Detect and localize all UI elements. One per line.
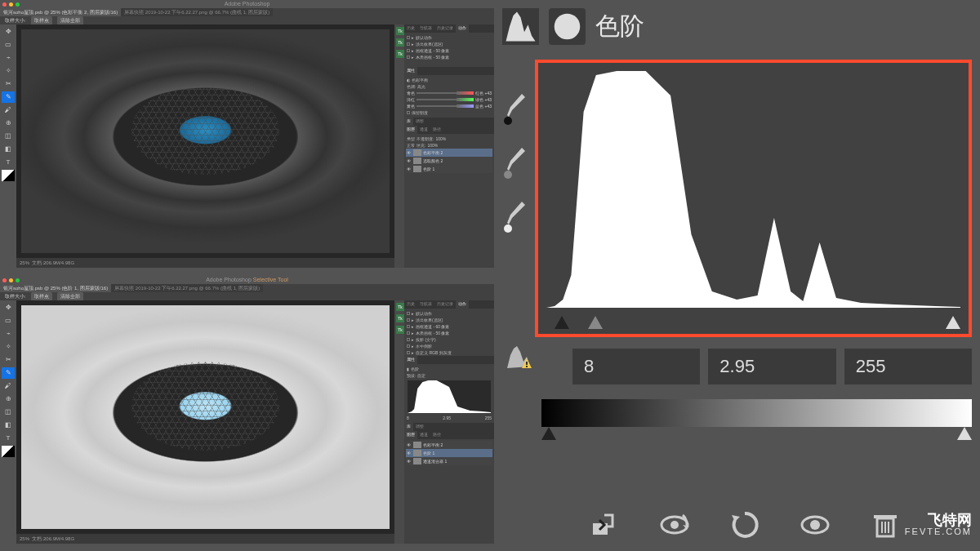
sample-dropdown[interactable]: 取样点 [31,16,52,25]
panel-tab-actions[interactable]: 动作 [456,300,469,309]
marquee-tool-icon[interactable]: ▭ [2,315,15,327]
action-item[interactable]: ▸默认动作 [406,310,492,317]
eyedropper-tool-icon[interactable]: ✎ [2,91,15,103]
action-item[interactable]: ▸投影 (文字) [406,336,492,343]
output-gradient[interactable] [541,399,972,427]
tk-plugin-icon[interactable]: Tk [396,314,404,322]
action-item[interactable]: ▸淡出效果(选区) [406,317,492,323]
tk-plugin-icon[interactable]: Tk [396,326,404,334]
histogram-chart[interactable] [546,71,960,308]
panel-tab[interactable]: 库 [404,423,413,431]
black-point-eyedropper-icon[interactable] [502,92,527,127]
canvas[interactable]: 25% 文档:206.9M/4.98G [16,24,394,268]
panel-tab[interactable]: 导航器 [417,300,434,309]
panel-tab[interactable]: 历史 [404,300,417,309]
action-item[interactable]: ▸淡出效果(选区) [406,41,492,47]
text-tool-icon[interactable]: T [2,433,15,444]
layer-row[interactable]: 👁色阶 1 [406,165,492,173]
panel-tab[interactable]: 库 [404,118,413,126]
clear-button[interactable]: 清除全部 [57,16,83,25]
white-point-eyedropper-icon[interactable] [502,200,527,234]
tk-plugin-icon[interactable]: Tk [396,50,404,58]
doc-tab[interactable]: 屏幕快照 2019-10-22 下午6.22.27.png @ 66.7% (曲… [111,284,263,292]
color-slider[interactable] [416,92,474,94]
move-tool-icon[interactable]: ✥ [2,26,15,38]
sample-dropdown[interactable]: 取样点 [31,292,52,301]
layer-row[interactable]: 👁色阶 1 [406,449,492,457]
panel-tab-actions[interactable]: 动作 [456,24,469,33]
white-slider[interactable] [946,316,960,329]
layer-row[interactable]: 👁通道混合器 1 [406,457,492,465]
eraser-tool-icon[interactable]: ◫ [2,131,15,142]
visibility-icon[interactable] [799,509,831,541]
text-tool-icon[interactable]: T [2,157,15,168]
doc-tab[interactable]: 屏幕快照 2019-10-22 下午6.22.27.png @ 66.7% (曲… [121,8,273,16]
preset-dropdown[interactable]: 自定 [417,373,425,378]
action-item[interactable]: ▸自定义 RGB 到灰度 [406,349,492,356]
panel-tab[interactable]: 导航器 [417,24,434,33]
panel-tab-properties[interactable]: 属性 [404,67,417,75]
output-white-slider[interactable] [957,427,972,440]
wand-tool-icon[interactable]: ✧ [2,65,15,77]
reset-icon[interactable] [728,509,761,541]
layer-row[interactable]: 👁色彩平衡 2 [406,149,492,157]
doc-tab-active[interactable]: 银河soho屋顶.psb @ 25% (色阶 1, 图层蒙版/16) [0,284,111,292]
panel-tab[interactable]: 通道 [417,126,430,134]
eraser-tool-icon[interactable]: ◫ [2,407,15,418]
doc-tab-active[interactable]: 银河soho屋顶.psb @ 25% (色彩平衡 2, 图层蒙版/16) [0,8,121,16]
clone-tool-icon[interactable]: ⊕ [2,118,15,129]
view-previous-icon[interactable] [658,509,691,541]
move-tool-icon[interactable]: ✥ [2,302,15,313]
white-input[interactable]: 255 [844,349,972,384]
swatch-icon[interactable] [2,446,15,457]
gray-point-eyedropper-icon[interactable] [502,146,527,180]
action-item[interactable]: ▸画框通道 - 50 像素 [406,47,492,54]
tone-dropdown[interactable]: 高光 [417,84,425,89]
clip-to-layer-icon[interactable] [588,509,621,541]
window-controls[interactable] [2,278,20,282]
color-slider[interactable] [416,105,474,107]
panel-tab[interactable]: 历史记录 [434,24,456,33]
tk-plugin-icon[interactable]: Tk [396,38,404,47]
panel-tab[interactable]: 调整 [413,118,426,126]
layer-row[interactable]: 👁色彩平衡 2 [406,441,492,449]
panel-tab-layers[interactable]: 图层 [404,126,417,134]
color-slider[interactable] [416,99,474,100]
action-item[interactable]: ▸默认动作 [406,34,492,41]
clear-button[interactable]: 清除全部 [57,292,83,301]
wand-tool-icon[interactable]: ✧ [2,341,15,353]
layer-row[interactable]: 👁选取颜色 2 [406,157,492,165]
black-slider[interactable] [555,316,569,329]
gamma-input[interactable]: 2.95 [708,349,835,384]
gradient-tool-icon[interactable]: ◧ [2,144,15,155]
tk-plugin-icon[interactable]: Tk [396,303,404,311]
panel-tab-layers[interactable]: 图层 [404,431,417,439]
gradient-tool-icon[interactable]: ◧ [2,420,15,431]
mini-histogram[interactable] [408,380,491,413]
crop-tool-icon[interactable]: ✂ [2,78,15,90]
window-controls[interactable] [2,2,20,7]
panel-tab-properties[interactable]: 属性 [404,356,417,364]
panel-tab[interactable]: 历史记录 [434,300,456,309]
brush-tool-icon[interactable]: 🖌 [2,380,15,392]
swatch-icon[interactable] [2,170,15,181]
action-item[interactable]: ▸木质画框 - 50 像素 [406,330,492,336]
crop-tool-icon[interactable]: ✂ [2,354,15,366]
clone-tool-icon[interactable]: ⊕ [2,393,15,405]
eyedropper-tool-icon[interactable]: ✎ [2,367,15,379]
black-input[interactable]: 8 [572,349,700,384]
panel-tab[interactable]: 路径 [430,431,443,439]
lasso-tool-icon[interactable]: ⌁ [2,328,15,340]
panel-tab[interactable]: 历史 [404,24,417,33]
trash-icon[interactable] [869,509,902,541]
preserve-lum-checkbox[interactable] [407,111,410,114]
output-black-slider[interactable] [541,427,556,440]
panel-tab[interactable]: 调整 [413,423,426,431]
action-item[interactable]: ▸木质画框 - 50 像素 [406,54,492,60]
brush-tool-icon[interactable]: 🖌 [2,104,15,116]
histogram-warning-icon[interactable] [506,344,533,371]
panel-tab[interactable]: 路径 [430,126,443,134]
action-item[interactable]: ▸画框通道 - 60 像素 [406,323,492,330]
gamma-slider[interactable] [588,316,603,329]
canvas[interactable]: 25% 文档:206.9M/4.98G [16,300,394,544]
